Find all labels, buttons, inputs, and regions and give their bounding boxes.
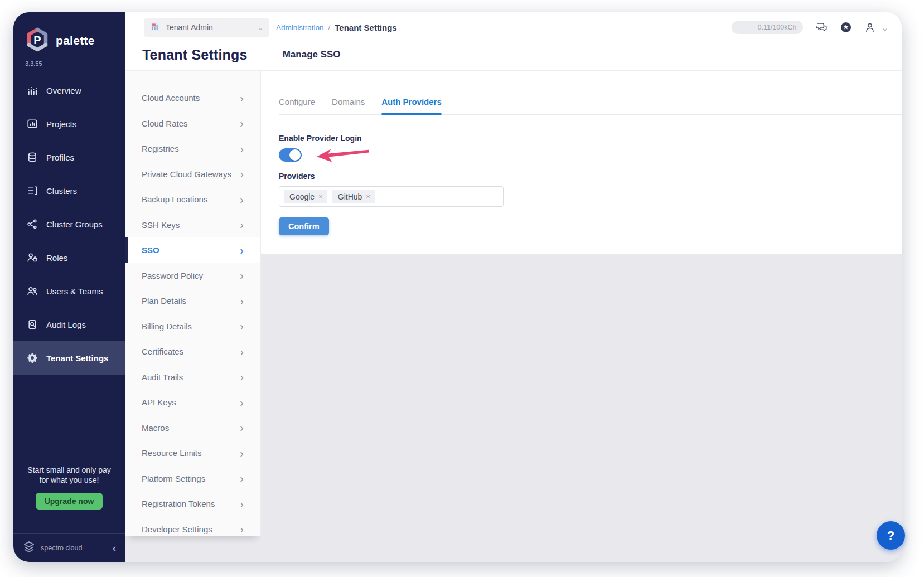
tenant-admin-icon	[150, 22, 160, 33]
roles-user-lock-icon	[27, 252, 38, 263]
settings-menu-item[interactable]: Platform Settings ›	[125, 466, 260, 492]
breadcrumb-separator: /	[328, 23, 331, 32]
toggle-row	[279, 148, 446, 163]
collapse-sidebar-icon[interactable]: ‹	[113, 542, 116, 553]
sidebar-nav: Overview Projects Profiles	[13, 74, 125, 375]
chevron-right-icon: ›	[240, 321, 244, 332]
settings-menu: Cloud Accounts › Cloud Rates › Registrie…	[125, 71, 261, 536]
sidebar-item-label: Roles	[46, 253, 67, 263]
settings-menu-item[interactable]: Resource Limits ›	[125, 440, 260, 466]
brand: P palette	[13, 12, 125, 55]
chevron-down-icon: ⌄	[257, 23, 264, 31]
chevron-right-icon: ›	[240, 118, 244, 129]
tab-domains[interactable]: Domains	[332, 97, 365, 115]
page: P palette 3.3.55 Overview Projects	[0, 0, 924, 577]
settings-menu-item[interactable]: Registration Tokens ›	[125, 491, 260, 517]
users-teams-icon	[27, 285, 38, 297]
sidebar-item-profiles[interactable]: Profiles	[13, 140, 125, 174]
settings-menu-item[interactable]: Cloud Rates ›	[125, 111, 260, 137]
provider-chip-label: Google	[289, 192, 315, 201]
settings-menu-item[interactable]: Audit Trails ›	[125, 365, 260, 390]
sidebar-item-cluster-groups[interactable]: Cluster Groups	[13, 207, 125, 241]
palette-logo-icon: P	[25, 27, 50, 55]
sidebar-item-clusters[interactable]: Clusters	[13, 174, 125, 207]
promo-text-line2: for what you use!	[21, 475, 117, 485]
page-header: Tenant Settings Manage SSO	[125, 39, 902, 71]
page-subtitle: Manage SSO	[283, 49, 341, 60]
sidebar-item-users-teams[interactable]: Users & Teams	[13, 274, 125, 308]
upgrade-promo: Start small and only pay for what you us…	[13, 465, 125, 533]
settings-menu-item[interactable]: Macros ›	[125, 415, 260, 441]
help-button[interactable]: ?	[877, 521, 905, 550]
settings-menu-item[interactable]: Password Policy ›	[125, 263, 260, 289]
settings-menu-item[interactable]: Registries ›	[125, 136, 260, 162]
spectro-cloud-brand: spectro cloud	[41, 544, 82, 552]
chevron-right-icon: ›	[240, 397, 244, 408]
tab-auth-providers[interactable]: Auth Providers	[381, 97, 442, 115]
sidebar-item-label: Tenant Settings	[46, 353, 108, 363]
topbar-actions: 0.11/100kCh ⌄	[732, 21, 888, 34]
provider-chip: GitHub ×	[332, 190, 375, 203]
chat-icon[interactable]	[815, 21, 828, 33]
settings-menu-item[interactable]: Billing Details ›	[125, 314, 260, 340]
sidebar-item-label: Users & Teams	[46, 287, 103, 296]
profiles-stack-icon	[27, 152, 38, 163]
chevron-right-icon: ›	[240, 498, 244, 510]
remove-chip-icon[interactable]: ×	[318, 193, 323, 200]
svg-text:P: P	[33, 34, 41, 46]
audit-logs-icon	[27, 319, 38, 330]
usage-badge[interactable]: 0.11/100kCh	[732, 21, 803, 34]
settings-menu-item[interactable]: Plan Details ›	[125, 288, 260, 314]
remove-chip-icon[interactable]: ×	[366, 193, 370, 200]
sidebar-item-label: Profiles	[46, 153, 74, 162]
settings-menu-item[interactable]: Certificates ›	[125, 339, 260, 365]
sidebar-footer: spectro cloud ‹	[13, 533, 125, 562]
star-circle-icon[interactable]	[840, 21, 852, 33]
app-window: P palette 3.3.55 Overview Projects	[13, 12, 902, 562]
brand-name: palette	[56, 34, 95, 47]
gear-icon	[27, 352, 38, 363]
tab-configure[interactable]: Configure	[279, 97, 315, 115]
header-divider	[270, 45, 270, 64]
sidebar-item-roles[interactable]: Roles	[13, 241, 125, 274]
settings-menu-item[interactable]: API Keys ›	[125, 390, 260, 415]
breadcrumb-current: Tenant Settings	[335, 23, 396, 32]
breadcrumb-administration[interactable]: Administration	[276, 23, 324, 32]
sidebar-item-label: Overview	[46, 86, 81, 95]
providers-input[interactable]: Google × GitHub ×	[279, 186, 504, 207]
settings-menu-item[interactable]: SSO ›	[125, 237, 260, 263]
sso-content: Configure Domains Auth Providers Enable …	[261, 71, 902, 562]
settings-menu-item[interactable]: Backup Locations ›	[125, 187, 260, 212]
sidebar-item-tenant-settings[interactable]: Tenant Settings	[13, 341, 125, 375]
sidebar-item-projects[interactable]: Projects	[13, 107, 125, 140]
topbar: Tenant Admin ⌄ Administration / Tenant S…	[125, 12, 902, 39]
enable-provider-login-label: Enable Provider Login	[279, 134, 902, 143]
auth-providers-form: Enable Provider Login Providers	[279, 134, 902, 235]
chevron-right-icon: ›	[240, 371, 244, 382]
confirm-button[interactable]: Confirm	[279, 217, 329, 235]
sidebar-item-overview[interactable]: Overview	[13, 74, 125, 107]
promo-text-line1: Start small and only pay	[21, 465, 117, 475]
sidebar-item-audit-logs[interactable]: Audit Logs	[13, 308, 125, 341]
settings-menu-item[interactable]: Cloud Accounts ›	[125, 85, 260, 111]
settings-menu-item[interactable]: SSH Keys ›	[125, 212, 260, 238]
sidebar-item-label: Audit Logs	[46, 320, 86, 329]
tabs: Configure Domains Auth Providers	[279, 71, 902, 115]
chevron-right-icon: ›	[240, 346, 244, 357]
chevron-right-icon: ›	[240, 523, 244, 535]
clusters-list-icon	[27, 185, 38, 196]
settings-menu-item[interactable]: Private Cloud Gateways ›	[125, 162, 260, 187]
chevron-right-icon: ›	[240, 295, 244, 307]
user-menu-icon[interactable]	[864, 21, 876, 33]
settings-menu-item[interactable]: Developer Settings ›	[125, 517, 260, 536]
providers-label: Providers	[279, 172, 902, 181]
chevron-right-icon: ›	[240, 194, 244, 205]
project-scope-selector[interactable]: Tenant Admin ⌄	[144, 18, 269, 37]
cluster-groups-network-icon	[27, 219, 38, 230]
chevron-right-icon: ›	[240, 448, 244, 459]
upgrade-now-button[interactable]: Upgrade now	[36, 493, 103, 510]
enable-provider-toggle[interactable]	[279, 148, 302, 162]
auth-providers-panel: Configure Domains Auth Providers Enable …	[261, 71, 902, 254]
settings-body: Cloud Accounts › Cloud Rates › Registrie…	[125, 71, 902, 562]
chevron-down-icon[interactable]: ⌄	[881, 23, 888, 32]
